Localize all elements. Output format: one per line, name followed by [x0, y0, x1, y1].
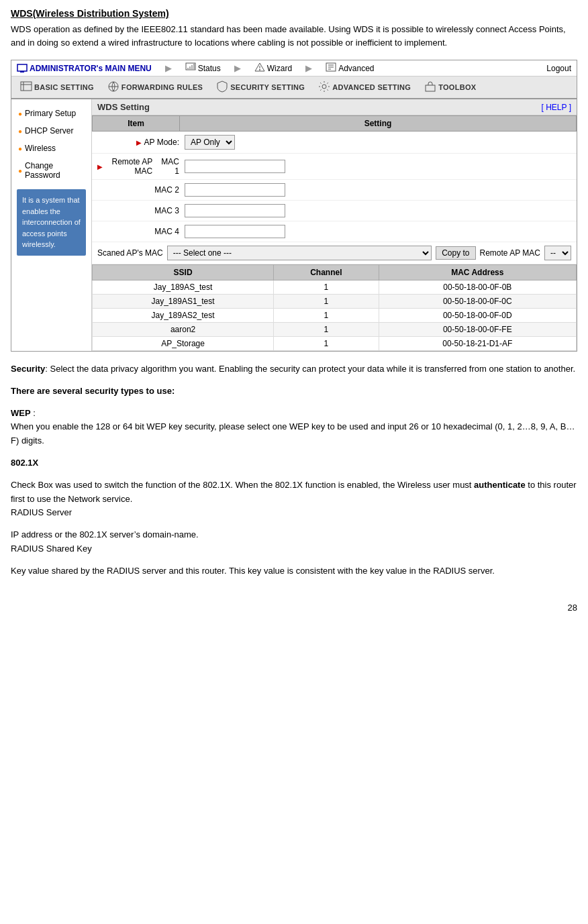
- svg-point-19: [322, 85, 326, 89]
- sidebar-item-dhcp[interactable]: ● DHCP Server: [11, 122, 91, 140]
- scanned-label: Scaned AP's MAC: [97, 248, 163, 258]
- sub-nav-advanced[interactable]: ADVANCED SETTING: [312, 78, 417, 97]
- ap-mac-cell: 00-50-18-00-0F-0B: [379, 280, 576, 295]
- ap-channel-cell: 1: [274, 337, 379, 351]
- page-heading: WDS(Wireless Distribution System): [11, 8, 577, 19]
- dot1x-heading: 802.1X: [11, 458, 38, 468]
- mac1-control: [185, 160, 571, 173]
- mac3-control: [185, 204, 571, 217]
- mac3-label: MAC 3: [97, 206, 185, 215]
- nav-logout[interactable]: Logout: [546, 64, 571, 73]
- mac4-row: MAC 4: [92, 221, 577, 242]
- logout-label: Logout: [546, 64, 571, 73]
- toolbox-icon: [424, 81, 436, 94]
- authenticate-word: authenticate: [474, 480, 526, 490]
- mac2-label: MAC 2: [97, 185, 185, 195]
- wep-label: WEP: [11, 408, 31, 418]
- col-mac-header: MAC Address: [379, 265, 576, 280]
- mac3-row: MAC 3: [92, 201, 577, 221]
- ap-list-row[interactable]: Jay_189AS1_test100-50-18-00-0F-0C: [93, 295, 577, 309]
- right-panel: WDS Setting [ HELP ] Item Setting ▶ AP M…: [92, 99, 577, 351]
- ap-ssid-cell: Jay_189AS_test: [93, 280, 274, 295]
- advanced-setting-icon: [318, 81, 330, 94]
- security-icon: [216, 81, 228, 94]
- dot1x-heading-para: 802.1X: [11, 456, 577, 470]
- intro-paragraph: WDS operation as defined by the IEEE802.…: [11, 23, 577, 49]
- ap-ssid-cell: aaron2: [93, 323, 274, 337]
- nav-admin[interactable]: ADMINISTRATOR's MAIN MENU: [17, 63, 152, 74]
- sub-nav-toolbox[interactable]: TOOLBOX: [418, 78, 482, 97]
- sidebar-item-wireless[interactable]: ● Wireless: [11, 140, 91, 157]
- svg-rect-1: [20, 71, 24, 72]
- ap-ssid-cell: Jay_189AS1_test: [93, 295, 274, 309]
- main-content: ● Primary Setup ● DHCP Server ● Wireless…: [11, 99, 577, 351]
- mac4-input[interactable]: [185, 225, 285, 238]
- page-number: 28: [0, 597, 588, 618]
- status-icon: [185, 62, 196, 74]
- ap-list-row[interactable]: aaron2100-50-18-00-0F-FE: [93, 323, 577, 337]
- scanned-select[interactable]: --- Select one ---: [167, 246, 432, 260]
- ap-channel-cell: 1: [274, 295, 379, 309]
- mac1-input[interactable]: [185, 160, 285, 173]
- ap-list-row[interactable]: Jay_189AS_test100-50-18-00-0F-0B: [93, 280, 577, 295]
- ap-list-row[interactable]: AP_Storage100-50-18-21-D1-AF: [93, 337, 577, 351]
- dhcp-link[interactable]: DHCP Server: [25, 126, 73, 136]
- sub-nav-forwarding[interactable]: FORWARDING RULES: [101, 78, 209, 97]
- ap-channel-cell: 1: [274, 309, 379, 323]
- nav-advanced[interactable]: Advanced: [326, 62, 374, 74]
- security-para: Security: Select the data privacy algori…: [11, 362, 577, 376]
- ap-channel-cell: 1: [274, 280, 379, 295]
- svg-rect-20: [426, 85, 435, 91]
- nav-status[interactable]: Status: [185, 62, 221, 74]
- types-heading: There are several security types to use:: [11, 386, 175, 396]
- remote-ap-label: ▶ Remote AP MAC MAC 1: [97, 157, 185, 176]
- mac2-input[interactable]: [185, 183, 285, 197]
- monitor-icon: [17, 63, 28, 74]
- mac3-input[interactable]: [185, 204, 285, 217]
- ap-mode-select[interactable]: AP Only: [185, 135, 235, 150]
- remote-mac-row: ▶ Remote AP MAC MAC 1: [92, 154, 577, 180]
- copy-to-button[interactable]: Copy to: [436, 246, 475, 260]
- svg-rect-14: [21, 82, 32, 91]
- sidebar-item-password[interactable]: ● Change Password: [11, 157, 91, 184]
- sidebar-item-primary[interactable]: ● Primary Setup: [11, 105, 91, 122]
- col-setting-header: Setting: [180, 116, 577, 132]
- admin-menu-label: ADMINISTRATOR's MAIN MENU: [30, 64, 152, 73]
- mac2-row: MAC 2: [92, 180, 577, 201]
- sub-nav-basic[interactable]: BASIC SETTING: [14, 78, 100, 97]
- svg-rect-0: [17, 64, 27, 71]
- ap-ssid-cell: AP_Storage: [93, 337, 274, 351]
- ap-mode-label: ▶ AP Mode:: [97, 138, 185, 147]
- svg-point-9: [259, 69, 260, 70]
- ap-mac-cell: 00-50-18-00-0F-FE: [379, 323, 576, 337]
- change-password-link[interactable]: Change Password: [25, 161, 85, 180]
- mac4-control: [185, 225, 571, 238]
- ap-ssid-cell: Jay_189AS2_test: [93, 309, 274, 323]
- help-link[interactable]: [ HELP ]: [542, 103, 571, 112]
- ap-mac-cell: 00-50-18-00-0F-0D: [379, 309, 576, 323]
- router-ui: ADMINISTRATOR's MAIN MENU ▶ Status ▶: [11, 60, 577, 352]
- sidebar-tip: It is a system that enables the intercon…: [17, 189, 86, 256]
- top-text-section: WDS(Wireless Distribution System) WDS op…: [0, 0, 588, 60]
- remote-mac-select[interactable]: --: [544, 246, 571, 260]
- types-heading-para: There are several security types to use:: [11, 384, 577, 399]
- status-label: Status: [198, 64, 221, 73]
- sub-nav-bar: BASIC SETTING FORWARDING RULES SECURITY …: [11, 76, 577, 99]
- wizard-label: Wizard: [267, 64, 292, 73]
- panel-title: WDS Setting: [97, 102, 150, 112]
- bottom-text-section: Security: Select the data privacy algori…: [0, 352, 588, 597]
- sub-nav-security[interactable]: SECURITY SETTING: [210, 78, 311, 97]
- nav-bar: ADMINISTRATOR's MAIN MENU ▶ Status ▶: [11, 60, 577, 76]
- mac4-label: MAC 4: [97, 227, 185, 236]
- wireless-link[interactable]: Wireless: [25, 144, 56, 153]
- wds-form-table: Item Setting: [92, 115, 577, 132]
- sidebar: ● Primary Setup ● DHCP Server ● Wireless…: [11, 99, 92, 351]
- advanced-label: Advanced: [338, 64, 374, 73]
- ap-list-row[interactable]: Jay_189AS2_test100-50-18-00-0F-0D: [93, 309, 577, 323]
- dot1x-ip-para: IP address or the 802.1X server’s domain…: [11, 528, 577, 556]
- nav-wizard[interactable]: Wizard: [254, 62, 292, 74]
- panel-header: WDS Setting [ HELP ]: [92, 99, 577, 115]
- ap-channel-cell: 1: [274, 323, 379, 337]
- primary-setup-link[interactable]: Primary Setup: [25, 109, 76, 118]
- wep-para: WEP : When you enable the 128 or 64 bit …: [11, 407, 577, 448]
